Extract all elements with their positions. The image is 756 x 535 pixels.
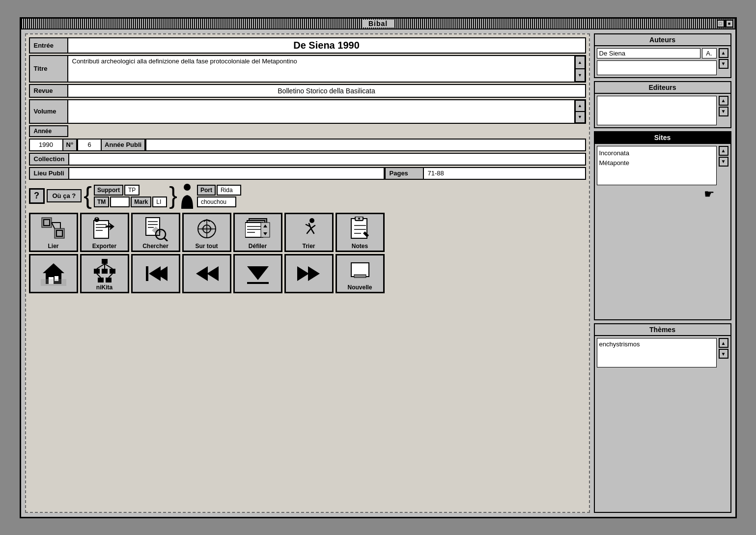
question-button[interactable]: ? — [29, 188, 45, 204]
chercher-button[interactable]: Chercher — [131, 213, 180, 252]
entree-row: Entrée De Siena 1990 — [29, 37, 586, 54]
titre-value[interactable]: Contributi archeologici alla definizione… — [68, 56, 574, 82]
svg-line-5 — [52, 223, 55, 228]
svg-point-34 — [358, 218, 360, 220]
right-brace: } — [169, 185, 177, 207]
themes-scroll-up[interactable]: ▲ — [719, 338, 728, 348]
annee-publi-value[interactable] — [145, 139, 586, 151]
exporter-icon — [83, 216, 127, 242]
svg-rect-6 — [94, 221, 109, 238]
auteurs-list-area: De Siena A. — [597, 48, 717, 75]
themes-section: Thèmes enchystrismos ▲ ▼ — [594, 323, 731, 513]
editeurs-scroll: ▲ ▼ — [719, 96, 728, 116]
svg-marker-57 — [207, 266, 219, 281]
support-group: Support TP TM Mark LI — [94, 185, 167, 207]
trier-icon — [287, 216, 331, 242]
volume-scroll-up[interactable]: ▲ — [575, 100, 585, 112]
nikita-button[interactable]: niKita — [80, 254, 129, 293]
title-bar-controls: □ ■ — [717, 20, 733, 28]
titre-scroll-up[interactable]: ▲ — [575, 56, 585, 69]
defiler-button[interactable]: Défiler — [233, 213, 282, 252]
next-icon — [296, 257, 322, 290]
annee-value[interactable]: 1990 — [29, 139, 63, 151]
home-icon — [41, 257, 66, 290]
bottom-controls-row: ? Où ça ? { Support TP TM Mark LI } — [29, 183, 586, 209]
trier-button[interactable]: Trier — [284, 213, 334, 252]
trier-label: Trier — [302, 243, 315, 250]
sites-list[interactable]: Incoronata Métaponte — [597, 146, 717, 185]
annee-publi-label: Année Publi — [102, 139, 145, 151]
themes-scroll-down[interactable]: ▼ — [719, 349, 728, 359]
person-icon — [179, 183, 195, 209]
editeurs-list[interactable] — [597, 96, 717, 125]
first-button[interactable] — [131, 254, 180, 293]
prev-button[interactable] — [182, 254, 231, 293]
home-button[interactable] — [29, 254, 78, 293]
editeurs-section: Editeurs ▲ ▼ — [594, 81, 731, 128]
auteurs-scroll-up[interactable]: ▲ — [719, 48, 728, 58]
editeurs-scroll-down[interactable]: ▼ — [719, 107, 728, 116]
exporter-button[interactable]: Exporter — [80, 213, 129, 252]
volume-value[interactable] — [68, 100, 574, 123]
volume-scroll: ▲ ▼ — [574, 100, 585, 123]
ou-ca-button[interactable]: Où ça ? — [47, 189, 82, 202]
nouvelle-button[interactable]: Nouvelle — [336, 254, 385, 293]
close-button[interactable]: □ — [717, 20, 725, 28]
titre-scroll-down[interactable]: ▼ — [575, 69, 585, 82]
svg-line-52 — [109, 274, 112, 278]
tm-row: TM Mark LI — [94, 197, 167, 207]
port-value[interactable]: Rida — [217, 185, 241, 196]
notes-label: Notes — [352, 243, 368, 250]
themes-title: Thèmes — [595, 324, 730, 336]
nikita-icon — [92, 257, 117, 283]
svg-line-51 — [97, 274, 101, 278]
port-value2[interactable]: chouchou — [197, 197, 236, 207]
port-row2: chouchou — [197, 197, 241, 207]
entree-value: De Siena 1990 — [68, 37, 586, 54]
editeurs-content: ▲ ▼ — [595, 94, 730, 127]
svg-rect-41 — [41, 279, 66, 286]
titre-scroll: ▲ ▼ — [574, 56, 585, 82]
chercher-label: Chercher — [142, 243, 168, 250]
lieu-publi-value[interactable] — [69, 167, 385, 180]
themes-list-area: enchystrismos — [597, 338, 717, 367]
auteur-name[interactable]: De Siena — [597, 48, 700, 58]
auteur-initial[interactable]: A. — [702, 48, 717, 58]
svg-line-16 — [164, 238, 168, 241]
pages-value[interactable]: 71-88 — [424, 167, 586, 180]
toolbar-row2: niKita — [29, 254, 586, 293]
lier-button[interactable]: Lier — [29, 213, 78, 252]
themes-list[interactable]: enchystrismos — [597, 338, 717, 367]
notes-button[interactable]: Notes — [336, 213, 385, 252]
svg-rect-24 — [245, 223, 263, 237]
entree-label: Entrée — [29, 37, 68, 54]
titre-label: Titre — [29, 55, 68, 83]
auteurs-section: Auteurs De Siena A. ▲ ▼ — [594, 33, 731, 78]
volume-scroll-down[interactable]: ▼ — [575, 112, 585, 123]
down-button[interactable] — [233, 254, 282, 293]
chercher-icon — [134, 216, 178, 242]
auteur-extra-row — [597, 60, 717, 75]
next-button[interactable] — [284, 254, 334, 293]
tm-value[interactable] — [110, 197, 130, 207]
support-value[interactable]: TP — [124, 185, 140, 196]
svg-marker-58 — [247, 266, 269, 280]
collection-value[interactable] — [69, 153, 586, 166]
sites-scroll-up[interactable]: ▲ — [719, 146, 728, 156]
zoom-button[interactable]: ■ — [726, 20, 733, 28]
nouvelle-icon — [347, 257, 373, 283]
main-panel: Entrée De Siena 1990 Titre Contributi ar… — [25, 33, 590, 513]
surtout-button[interactable]: Sur tout — [182, 213, 231, 252]
svg-rect-53 — [146, 266, 148, 281]
editeurs-scroll-up[interactable]: ▲ — [719, 96, 728, 106]
mark-value[interactable]: LI — [152, 197, 167, 207]
first-icon — [143, 257, 168, 290]
sites-scroll: ▲ ▼ — [719, 146, 728, 201]
sites-title: Sites — [595, 132, 730, 144]
titre-row: Titre Contributi archeologici alla defin… — [29, 55, 586, 83]
collection-row: Collection — [29, 153, 586, 166]
auteurs-scroll-down[interactable]: ▼ — [719, 59, 728, 69]
lieu-publi-label: Lieu Publi — [29, 167, 69, 180]
sites-scroll-down[interactable]: ▼ — [719, 157, 728, 167]
numero-value[interactable]: 6 — [77, 139, 102, 151]
